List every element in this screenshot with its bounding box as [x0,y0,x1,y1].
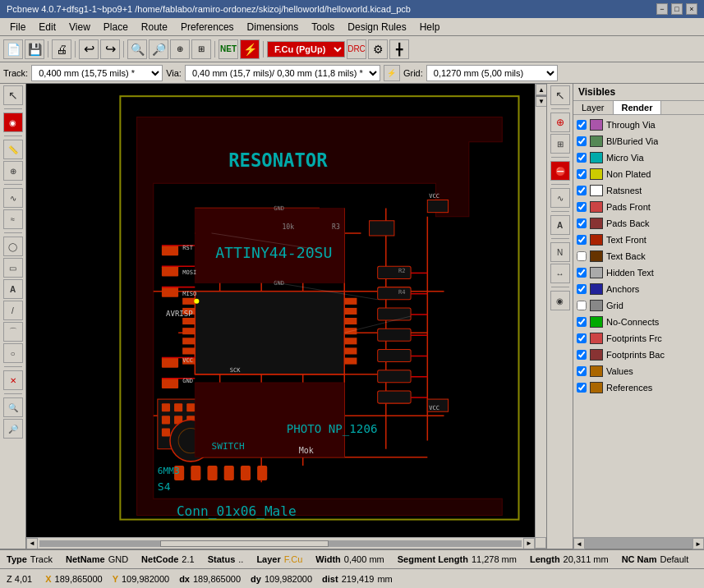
via-selector[interactable]: 0,40 mm (15,7 mils)/ 0,30 mm (11,8 mils)… [185,65,380,81]
menu-edit[interactable]: Edit [32,20,62,34]
tab-layer[interactable]: Layer [573,101,614,114]
sep3 [123,41,124,57]
rt-select[interactable]: ↖ [550,85,570,105]
scroll-down-button[interactable]: ▼ [536,95,546,107]
highlight-tool[interactable]: ◉ [3,113,23,132]
new-button[interactable]: 📄 [3,39,23,59]
vis-checkbox-16[interactable] [577,383,587,393]
zoom-fit-button[interactable]: ⊕ [170,39,190,59]
vis-checkbox-12[interactable] [577,317,587,327]
rt-tool8[interactable]: ◉ [550,291,570,310]
drc-small-button[interactable]: ⚡ [384,65,400,81]
measure-tool[interactable]: 📏 [3,140,23,159]
save-button[interactable]: 💾 [25,39,44,59]
select-tool[interactable]: ↖ [3,85,23,105]
zoom-in-button[interactable]: 🔍 [127,39,147,59]
vis-checkbox-6[interactable] [577,218,587,228]
add-circle-tool[interactable]: ○ [3,343,23,363]
route-track-tool[interactable]: ∿ [3,188,23,208]
vis-checkbox-4[interactable] [577,186,587,195]
vis-checkbox-1[interactable] [577,136,587,146]
rt-tool2[interactable]: ⊞ [550,134,570,154]
vis-checkbox-13[interactable] [577,333,587,343]
menu-design-rules[interactable]: Design Rules [341,20,412,34]
menu-help[interactable]: Help [413,20,447,34]
visibles-tabs: Layer Render [573,101,704,115]
zoom-in-left[interactable]: 🔍 [3,397,23,417]
vis-checkbox-7[interactable] [577,235,587,245]
zoom-out-button[interactable]: 🔎 [149,39,168,59]
route-diff-tool[interactable]: ≈ [3,209,23,229]
svg-rect-43 [224,466,234,480]
menu-view[interactable]: View [62,20,97,34]
scroll-up-button[interactable]: ▲ [536,84,546,95]
board-setup-button[interactable]: ⚙ [368,39,388,59]
pcb-canvas-area[interactable]: RESONATOR ATTINY44-20SU PHOTO NP_1206 Co… [26,84,546,549]
add-line-tool[interactable]: / [3,301,23,320]
rt-tool5[interactable]: A [550,215,570,235]
scroll-track-h[interactable] [39,540,522,547]
scroll-thumb-h[interactable] [160,540,329,547]
vis-checkbox-11[interactable] [577,301,587,310]
vertical-scrollbar[interactable]: ▲ ▼ [535,84,546,537]
status-label-0: Type [7,554,27,564]
maximize-button[interactable]: □ [671,3,683,15]
svg-rect-59 [162,246,178,255]
vis-label-7: Text Front [606,235,646,245]
svg-text:VCC: VCC [429,404,439,411]
menu-file[interactable]: File [3,20,32,34]
ratsnest-button[interactable]: ⚡ [240,39,260,59]
vis-scroll-track[interactable] [585,538,692,549]
vis-scroll-left[interactable]: ◄ [573,538,585,549]
vis-item-9: Hidden Text [575,264,702,281]
zoom-area-button[interactable]: ⊞ [191,39,211,59]
vis-item-8: Text Back [575,248,702,264]
close-button[interactable]: × [686,3,697,15]
zoom-out-left[interactable]: 🔎 [3,419,23,439]
vis-checkbox-2[interactable] [577,153,587,163]
vis-scroll-right[interactable]: ► [692,538,704,549]
grid-selector[interactable]: 0,1270 mm (5,00 mils) [426,65,558,81]
grid-button[interactable]: ╋ [389,39,409,59]
add-footprint-tool[interactable]: ▭ [3,258,23,278]
delete-tool[interactable]: ✕ [3,370,23,390]
status-label-5: Width [315,554,340,564]
minimize-button[interactable]: − [656,3,668,15]
menu-place[interactable]: Place [97,20,135,34]
scroll-left-button[interactable]: ◄ [26,538,38,549]
menu-route[interactable]: Route [135,20,174,34]
horizontal-scrollbar[interactable]: ◄ ► [26,537,535,549]
layer-selector[interactable]: F.Cu (PgUp) B.Cu (PgDn) [267,41,345,57]
redo-button[interactable]: ↪ [100,39,120,59]
undo-button[interactable]: ↩ [79,39,99,59]
menu-preferences[interactable]: Preferences [174,20,241,34]
drc-button[interactable]: DRC [347,39,366,59]
vis-checkbox-5[interactable] [577,202,587,212]
print-button[interactable]: 🖨 [52,39,71,59]
vis-checkbox-9[interactable] [577,268,587,278]
rt-tool3[interactable]: ⛔ [550,161,570,181]
menu-tools[interactable]: Tools [305,20,341,34]
track-selector[interactable]: 0,400 mm (15,75 mils) * [31,65,163,81]
add-via-tool[interactable]: ◯ [3,237,23,256]
rt-tool1[interactable]: ⊕ [550,113,570,132]
vis-checkbox-14[interactable] [577,350,587,360]
rt-tool7[interactable]: ↔ [550,264,570,283]
vis-checkbox-15[interactable] [577,366,587,376]
grid-tool[interactable]: ⊕ [3,161,23,181]
svg-rect-33 [378,266,411,278]
add-text-tool[interactable]: A [3,279,23,299]
menu-dimensions[interactable]: Dimensions [241,20,306,34]
vis-checkbox-3[interactable] [577,169,587,179]
rt-tool6[interactable]: N [550,242,570,262]
tab-render[interactable]: Render [614,101,662,114]
scroll-thumb-v[interactable] [536,95,546,97]
vis-checkbox-8[interactable] [577,251,587,261]
scroll-right-button[interactable]: ► [523,538,535,549]
vis-checkbox-10[interactable] [577,284,587,294]
netlist-button[interactable]: NET [219,39,238,59]
status-field-0: TypeTrack [7,554,53,564]
vis-checkbox-0[interactable] [577,120,587,130]
add-arc-tool[interactable]: ⌒ [3,322,23,342]
rt-tool4[interactable]: ∿ [550,188,570,208]
